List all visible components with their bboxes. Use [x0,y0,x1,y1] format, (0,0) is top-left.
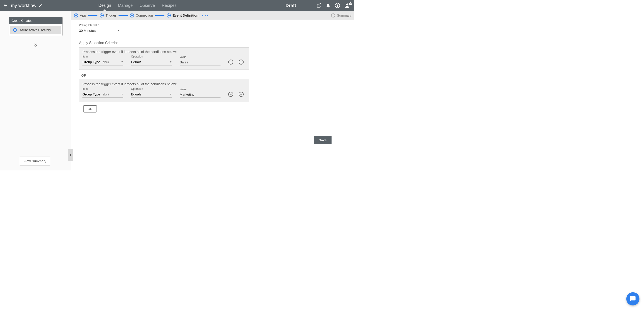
step-connection-label: Connection [136,14,153,17]
item-label: Item [82,87,123,91]
svg-line-1 [318,4,321,6]
criteria-row: Item Group Type(abc) ▼ Operation Equals … [82,87,246,98]
item-value: Group Type [82,92,100,96]
svg-point-3 [337,6,338,7]
tab-observe[interactable]: Observe [140,0,155,11]
step-summary[interactable]: Summary [331,14,352,18]
criteria-group-1: Process the trigger event if it meets al… [79,47,249,70]
add-or-button[interactable]: OR [83,105,97,113]
add-row-icon[interactable] [239,92,244,97]
top-icon-group [316,3,350,9]
svg-point-4 [346,4,348,6]
value-input[interactable] [180,91,220,98]
tab-design[interactable]: Design [98,0,111,11]
item-select[interactable]: Group Type(abc) ▼ [82,91,123,98]
criteria-row: Item Group Type(abc) ▼ Operation Equals … [82,55,246,66]
item-type-hint: (abc) [102,93,109,96]
dropdown-caret-icon: ▼ [170,93,172,96]
step-event-definition[interactable]: Event Definition [167,14,198,18]
step-summary-label: Summary [337,14,352,17]
remove-row-icon[interactable] [228,60,233,65]
value-input[interactable] [180,59,220,66]
remove-row-icon[interactable] [228,92,233,97]
node-app-row[interactable]: Azure Active Directory [10,26,61,34]
tab-recipes[interactable]: Recipes [162,0,176,11]
step-trigger[interactable]: Trigger [100,14,116,18]
dropdown-caret-icon: ▼ [121,61,123,63]
sidebar: Group Created Azure Active Directory Flo… [0,11,71,170]
tab-manage[interactable]: Manage [118,0,132,11]
collapse-sidebar-icon[interactable] [68,149,73,161]
node-app-label: Azure Active Directory [20,28,51,32]
back-arrow-icon[interactable] [0,3,11,8]
dropdown-caret-icon: ▼ [121,93,123,96]
or-separator: OR [81,73,346,77]
value-label: Value [180,88,220,91]
form-area: Polling Interval 30 Minutes ▼ Apply Sele… [71,20,354,170]
operation-value: Equals [131,60,142,64]
criteria-group-2: Process the trigger event if it meets al… [79,80,249,102]
node-card[interactable]: Group Created Azure Active Directory [9,17,63,36]
polling-interval-value: 30 Minutes [79,29,96,33]
bell-icon[interactable] [326,3,331,8]
step-trigger-label: Trigger [106,14,116,17]
item-label: Item [82,55,123,58]
value-label: Value [180,56,220,59]
criteria-heading: Process the trigger event if it meets al… [82,82,246,86]
item-type-hint: (abc) [102,60,109,64]
status-badge: Draft [286,3,296,8]
item-value: Group Type [82,60,100,64]
help-icon[interactable] [335,3,340,8]
save-button[interactable]: Save [314,136,332,144]
workflow-title: my workflow [11,3,36,8]
stepper: App Trigger Connection Event Definition … [71,11,354,20]
user-alert-icon[interactable] [344,3,350,9]
add-row-icon[interactable] [239,60,244,65]
operation-select[interactable]: Equals ▼ [131,59,172,66]
step-app[interactable]: App [74,14,86,18]
dropdown-caret-icon: ▼ [170,61,172,63]
criteria-section-title: Apply Selection Criteria: [79,41,346,45]
polling-interval-label: Polling Interval [79,24,346,27]
main-tabs: Design Manage Observe Recipes [98,0,176,11]
dropdown-caret-icon: ▼ [118,29,120,32]
flow-summary-button[interactable]: Flow Summary [20,157,50,165]
step-eventdef-label: Event Definition [172,14,198,17]
criteria-heading: Process the trigger event if it meets al… [82,50,246,54]
edit-title-icon[interactable] [38,4,43,8]
step-app-label: App [80,14,86,17]
item-select[interactable]: Group Type(abc) ▼ [82,59,123,66]
topbar: my workflow Design Manage Observe Recipe… [0,0,354,11]
operation-value: Equals [131,92,142,96]
polling-interval-select[interactable]: 30 Minutes ▼ [79,27,120,34]
node-title: Group Created [9,17,62,24]
main-panel: App Trigger Connection Event Definition … [71,11,354,170]
step-connection[interactable]: Connection [130,14,153,18]
operation-label: Operation [131,55,172,58]
operation-label: Operation [131,87,172,91]
operation-select[interactable]: Equals ▼ [131,91,172,98]
expand-down-icon[interactable] [34,43,38,48]
open-external-icon[interactable] [316,3,322,8]
azure-ad-icon [12,27,18,33]
